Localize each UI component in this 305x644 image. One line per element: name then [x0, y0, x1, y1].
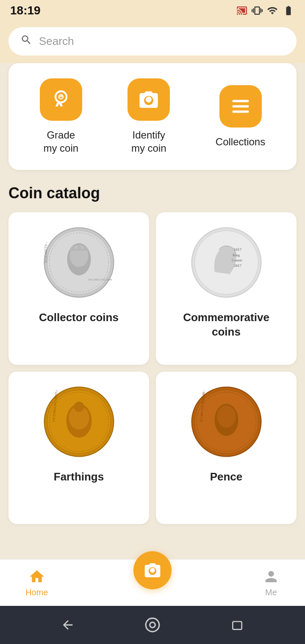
pence-card[interactable]: D.G.REG.F.D. ELIZABETH II Pence: [156, 372, 297, 524]
svg-rect-5: [232, 105, 249, 107]
person-icon: [263, 568, 280, 585]
home-button[interactable]: [144, 616, 161, 633]
search-bar[interactable]: Search: [8, 27, 297, 56]
farthings-card[interactable]: VICTORIA D:G: BRITANN:REG:F:D: Farthings: [8, 372, 149, 524]
svg-point-25: [74, 402, 84, 412]
pence-label: Pence: [210, 470, 243, 484]
home-icon: [28, 568, 45, 585]
svg-point-31: [217, 405, 236, 427]
battery-icon: [282, 5, 295, 16]
search-container: Search: [0, 21, 305, 63]
svg-text:2017: 2017: [234, 264, 242, 268]
svg-rect-35: [233, 622, 241, 630]
identify-coin-button[interactable]: Identifymy coin: [128, 78, 170, 155]
medal-icon: A: [50, 89, 72, 111]
vibrate-icon: [252, 5, 263, 16]
camera-center-icon: [143, 561, 162, 580]
status-bar: 18:19: [0, 0, 305, 21]
catalog-title: Coin catalog: [8, 184, 297, 202]
me-nav-item[interactable]: Me: [263, 568, 280, 597]
status-time: 18:19: [10, 4, 41, 17]
grade-coin-button[interactable]: A Grademy coin: [40, 78, 82, 155]
svg-point-33: [146, 618, 159, 632]
collections-icon-bg: [219, 85, 262, 128]
home-nav-label: Home: [25, 588, 48, 597]
identify-coin-icon-bg: [128, 78, 170, 121]
commemorative-coins-label: Commemorativecoins: [183, 311, 269, 339]
bottom-nav: Home Me: [0, 559, 305, 606]
svg-text:Canute: Canute: [232, 258, 242, 262]
svg-rect-4: [232, 100, 249, 102]
camera-icon: [138, 89, 160, 111]
svg-rect-6: [232, 110, 249, 112]
list-icon: [230, 95, 252, 117]
svg-text:D.G.REG.F.D.1968: D.G.REG.F.D.1968: [89, 278, 112, 281]
android-nav-bar: [0, 606, 305, 644]
farthings-label: Farthings: [54, 470, 104, 484]
grade-coin-icon-bg: A: [40, 78, 82, 121]
collector-coins-label: Collector coins: [39, 311, 119, 325]
catalog-section: Coin catalog ELIZABETH II D.G.REG.F.D.19…: [0, 180, 305, 549]
wifi-icon: [267, 5, 278, 16]
collector-coin-image: ELIZABETH II D.G.REG.F.D.1968: [41, 224, 117, 300]
commemorative-coin-image: 1017 King Canute 2017: [188, 224, 264, 300]
collections-label: Collections: [216, 135, 265, 148]
pence-coin-image: D.G.REG.F.D. ELIZABETH II: [188, 383, 264, 460]
status-icons: [236, 5, 295, 16]
me-nav-label: Me: [265, 588, 277, 597]
grade-coin-label: Grademy coin: [43, 128, 78, 155]
cast-icon: [236, 5, 247, 16]
collector-coins-card[interactable]: ELIZABETH II D.G.REG.F.D.1968 Collector …: [8, 212, 149, 365]
back-button[interactable]: [59, 616, 76, 633]
search-placeholder: Search: [39, 35, 74, 48]
home-nav-item[interactable]: Home: [25, 568, 48, 597]
svg-point-34: [150, 622, 155, 628]
catalog-grid: ELIZABETH II D.G.REG.F.D.1968 Collector …: [8, 212, 297, 524]
svg-text:A: A: [59, 93, 63, 98]
collections-button[interactable]: Collections: [216, 85, 265, 148]
recents-button[interactable]: [229, 616, 246, 633]
svg-text:ELIZABETH II: ELIZABETH II: [44, 241, 48, 263]
search-icon: [20, 34, 32, 49]
identify-coin-label: Identifymy coin: [131, 128, 166, 155]
svg-text:King: King: [233, 253, 240, 257]
action-card: A Grademy coin Identifymy coin Collectio…: [8, 63, 297, 170]
commemorative-coins-card[interactable]: 1017 King Canute 2017 Commemorativecoins: [156, 212, 297, 365]
svg-text:1017: 1017: [234, 247, 242, 252]
farthing-coin-image: VICTORIA D:G: BRITANN:REG:F:D:: [41, 383, 117, 460]
camera-nav-button[interactable]: [133, 551, 172, 589]
